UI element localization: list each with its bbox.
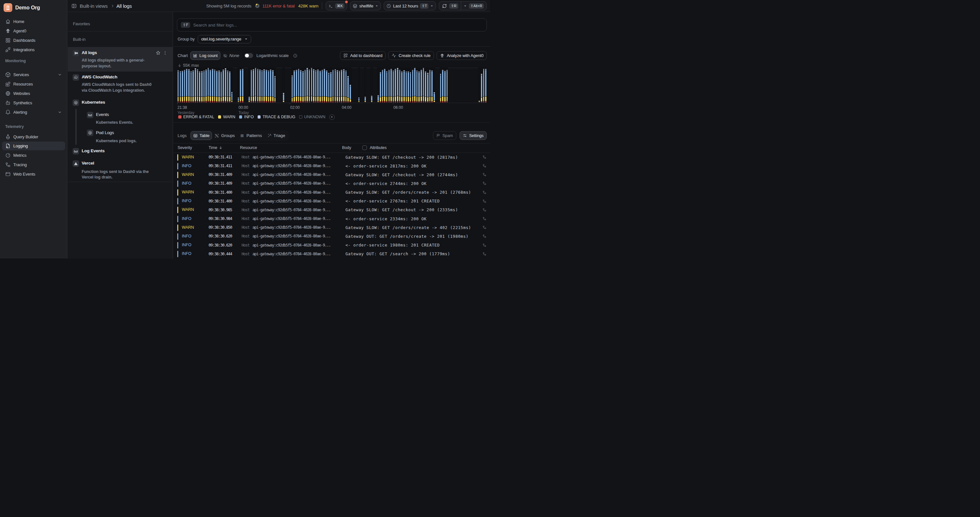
trace-link-icon[interactable] bbox=[482, 164, 487, 168]
log-count-bar[interactable] bbox=[433, 68, 435, 103]
legend-item-trace-debug[interactable]: TRACE & DEBUG bbox=[258, 115, 295, 119]
sidebar-item-synthetics[interactable]: Synthetics bbox=[2, 98, 65, 107]
log-count-bar[interactable] bbox=[263, 68, 265, 103]
trace-link-icon[interactable] bbox=[482, 225, 487, 229]
log-count-bar[interactable] bbox=[483, 68, 485, 103]
log-row[interactable]: INFO09:38:30.444Hostapi-gateway:c92db5f5… bbox=[173, 250, 490, 258]
column-body[interactable]: Body bbox=[342, 146, 351, 150]
log-count-bar[interactable] bbox=[418, 68, 420, 103]
log-count-bar[interactable] bbox=[302, 68, 304, 103]
log-count-bar[interactable] bbox=[403, 68, 405, 103]
log-count-bar[interactable] bbox=[268, 68, 270, 103]
org-switcher-row[interactable]: Demo Org bbox=[0, 0, 67, 12]
log-count-bar[interactable] bbox=[237, 68, 240, 103]
star-icon[interactable] bbox=[156, 50, 161, 56]
error-count[interactable]: 111K error & fatal bbox=[262, 3, 295, 8]
log-count-bar[interactable] bbox=[216, 68, 218, 103]
log-count-bar[interactable] bbox=[321, 68, 323, 103]
log-count-bar[interactable] bbox=[293, 68, 295, 103]
log-count-bar[interactable] bbox=[266, 68, 267, 103]
log-row[interactable]: WARN09:38:30.850Hostapi-gateway:c92db5f5… bbox=[173, 223, 490, 232]
log-count-bar[interactable] bbox=[291, 68, 293, 103]
log-count-bar[interactable] bbox=[416, 68, 418, 103]
log-count-bar[interactable] bbox=[317, 68, 319, 103]
sidebar-item-websites[interactable]: Websites bbox=[2, 89, 65, 98]
log-count-bar[interactable] bbox=[347, 68, 349, 103]
log-count-bar[interactable] bbox=[323, 68, 325, 103]
log-count-bar[interactable] bbox=[358, 68, 360, 103]
log-count-bar[interactable] bbox=[334, 68, 336, 103]
log-scale-toggle[interactable] bbox=[244, 53, 253, 58]
log-count-bar[interactable] bbox=[399, 68, 401, 103]
command-palette-button[interactable]: ⌘K bbox=[326, 1, 347, 10]
log-row[interactable]: WARN09:38:31.411Hostapi-gateway:c92db5f5… bbox=[173, 153, 490, 162]
panel-collapse-icon[interactable] bbox=[71, 3, 77, 9]
log-count-bar[interactable] bbox=[205, 68, 207, 103]
log-count-bar[interactable] bbox=[231, 68, 233, 103]
log-count-bar[interactable] bbox=[330, 68, 332, 103]
log-count-bar[interactable] bbox=[218, 68, 220, 103]
sidebar-item-resources[interactable]: Resources bbox=[2, 80, 65, 89]
trace-link-icon[interactable] bbox=[482, 181, 487, 185]
log-count-bar[interactable] bbox=[194, 68, 196, 103]
log-count-bar[interactable] bbox=[406, 68, 407, 103]
log-count-bar[interactable] bbox=[199, 68, 200, 103]
log-count-bar[interactable] bbox=[190, 68, 192, 103]
log-row[interactable]: WARN09:38:30.985Hostapi-gateway:c92db5f5… bbox=[173, 206, 490, 214]
log-count-bar[interactable] bbox=[304, 68, 306, 103]
log-count-bar[interactable] bbox=[386, 68, 388, 103]
trace-link-icon[interactable] bbox=[482, 190, 487, 194]
time-range-button[interactable]: Last 12 hours ⇧T bbox=[384, 1, 436, 10]
log-count-bar[interactable] bbox=[384, 68, 386, 103]
log-count-bar[interactable] bbox=[177, 68, 179, 103]
legend-item-error-fatal[interactable]: ERROR & FATAL bbox=[178, 115, 214, 119]
log-row[interactable]: INFO09:38:31.409Hostapi-gateway:c92db5f5… bbox=[173, 179, 490, 188]
log-count-bar[interactable] bbox=[257, 68, 259, 103]
log-count-bar[interactable] bbox=[343, 68, 345, 103]
log-count-bar[interactable] bbox=[220, 68, 222, 103]
log-count-bar[interactable] bbox=[349, 68, 351, 103]
breadcrumb-section[interactable]: Built-in views bbox=[80, 3, 108, 9]
chart-mode-log-count[interactable]: Log count bbox=[190, 51, 220, 60]
log-count-bar[interactable] bbox=[485, 68, 487, 103]
sidebar-item-logging[interactable]: Logging bbox=[2, 141, 65, 150]
log-count-bar[interactable] bbox=[336, 68, 338, 103]
sidebar-item-integrations[interactable]: Integrations bbox=[2, 45, 65, 54]
log-count-bar[interactable] bbox=[410, 68, 412, 103]
refresh-button[interactable]: ⇧R bbox=[439, 2, 460, 10]
log-count-bar[interactable] bbox=[339, 68, 340, 103]
log-count-bar[interactable] bbox=[296, 68, 298, 103]
trace-link-icon[interactable] bbox=[482, 243, 487, 247]
log-count-bar[interactable] bbox=[315, 68, 317, 103]
sidebar-item-dashboards[interactable]: Dashboards bbox=[2, 36, 65, 45]
create-check-rule-button[interactable]: Create check rule bbox=[388, 51, 434, 60]
sidebar-item-tracing[interactable]: Tracing bbox=[2, 160, 65, 169]
attributes-checkbox[interactable] bbox=[362, 146, 367, 150]
log-count-bar[interactable] bbox=[203, 68, 205, 103]
column-severity[interactable]: Severity bbox=[178, 146, 192, 150]
log-count-bar[interactable] bbox=[222, 68, 224, 103]
log-count-bar[interactable] bbox=[390, 68, 392, 103]
sidebar-item-web-events[interactable]: Web Events bbox=[2, 170, 65, 179]
tab-triage[interactable]: Triage bbox=[264, 131, 288, 140]
log-count-bar[interactable] bbox=[188, 68, 190, 103]
log-count-bar[interactable] bbox=[393, 68, 395, 103]
legend-item-warn[interactable]: WARN bbox=[218, 115, 235, 119]
log-count-bar[interactable] bbox=[212, 68, 213, 103]
log-count-bar[interactable] bbox=[180, 68, 181, 103]
log-count-bar[interactable] bbox=[261, 68, 263, 103]
log-count-bar[interactable] bbox=[242, 68, 244, 103]
search-input[interactable]: ⇧F Search and filter logs... bbox=[177, 19, 487, 32]
log-count-bar[interactable] bbox=[328, 68, 330, 103]
tab-table[interactable]: Table bbox=[191, 131, 212, 140]
log-row[interactable]: INFO09:38:31.411Hostapi-gateway:c92db5f5… bbox=[173, 162, 490, 170]
sidebar-item-services[interactable]: Services bbox=[2, 70, 65, 79]
column-resource[interactable]: Resource bbox=[240, 146, 257, 150]
log-count-bar[interactable] bbox=[425, 68, 426, 103]
log-count-bar[interactable] bbox=[412, 68, 414, 103]
sidebar-item-home[interactable]: Home bbox=[2, 17, 65, 26]
log-count-bar[interactable] bbox=[306, 68, 308, 103]
log-row[interactable]: WARN09:38:31.409Hostapi-gateway:c92db5f5… bbox=[173, 170, 490, 179]
log-count-bar[interactable] bbox=[345, 68, 347, 103]
attributes-toggle[interactable]: Attributes bbox=[362, 146, 387, 150]
